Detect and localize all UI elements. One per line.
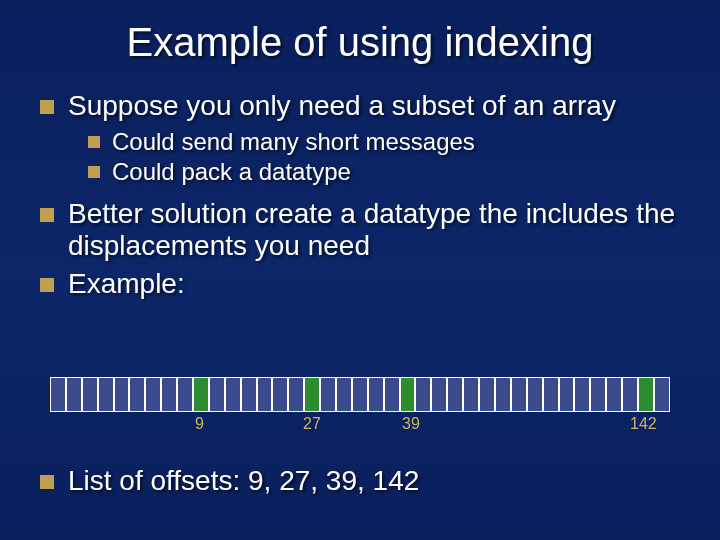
bullet-example: Example: — [40, 268, 680, 300]
array-cell-highlight — [638, 377, 654, 412]
array-cell — [272, 377, 288, 412]
array-cell — [98, 377, 114, 412]
offset-label-39: 39 — [402, 415, 420, 433]
bullet-list-offsets: List of offsets: 9, 27, 39, 142 — [40, 465, 419, 497]
array-cell — [527, 377, 543, 412]
array-cell — [559, 377, 575, 412]
bullet-better-solution: Better solution create a datatype the in… — [40, 198, 680, 262]
bullet-icon — [40, 100, 54, 114]
bullet-text: Example: — [68, 268, 185, 300]
array-cell — [161, 377, 177, 412]
bullet-text: Could send many short messages — [112, 128, 475, 156]
array-cell — [574, 377, 590, 412]
bullet-could-send: Could send many short messages — [88, 128, 680, 156]
bullet-could-pack: Could pack a datatype — [88, 158, 680, 186]
array-cell — [606, 377, 622, 412]
bullet-icon — [40, 208, 54, 222]
array-cell — [336, 377, 352, 412]
array-cell — [177, 377, 193, 412]
array-cell — [447, 377, 463, 412]
array-cell — [145, 377, 161, 412]
array-cell — [66, 377, 82, 412]
array-cell — [415, 377, 431, 412]
bullet-icon — [88, 166, 100, 178]
array-cell — [431, 377, 447, 412]
bullet-text: Better solution create a datatype the in… — [68, 198, 680, 262]
bullet-icon — [88, 136, 100, 148]
array-cell — [82, 377, 98, 412]
array-cell — [320, 377, 336, 412]
array-cell — [511, 377, 527, 412]
array-cell-highlight — [304, 377, 320, 412]
array-cell — [114, 377, 130, 412]
array-cell — [384, 377, 400, 412]
array-cell — [209, 377, 225, 412]
array-cell — [654, 377, 670, 412]
offset-label-27: 27 — [303, 415, 321, 433]
array-cell-highlight — [193, 377, 209, 412]
array-cell — [241, 377, 257, 412]
array-cell — [257, 377, 273, 412]
array-cell — [352, 377, 368, 412]
array-strip — [50, 377, 670, 412]
bullet-icon — [40, 475, 54, 489]
array-cell — [479, 377, 495, 412]
sub-bullets: Could send many short messages Could pac… — [40, 128, 680, 186]
bullet-text: List of offsets: 9, 27, 39, 142 — [68, 465, 419, 497]
slide-content: Suppose you only need a subset of an arr… — [0, 65, 720, 300]
bullet-icon — [40, 278, 54, 292]
array-cell — [225, 377, 241, 412]
bullet-suppose: Suppose you only need a subset of an arr… — [40, 90, 680, 122]
array-cell — [495, 377, 511, 412]
array-cell — [129, 377, 145, 412]
array-cell — [543, 377, 559, 412]
array-cell — [368, 377, 384, 412]
array-cell — [50, 377, 66, 412]
array-cell — [622, 377, 638, 412]
slide-title: Example of using indexing — [0, 0, 720, 65]
array-cell — [590, 377, 606, 412]
array-cell — [463, 377, 479, 412]
array-cell-highlight — [400, 377, 416, 412]
bullet-text: Suppose you only need a subset of an arr… — [68, 90, 616, 122]
offset-label-142: 142 — [630, 415, 657, 433]
slide: Example of using indexing Suppose you on… — [0, 0, 720, 540]
offset-label-9: 9 — [195, 415, 204, 433]
array-cell — [288, 377, 304, 412]
bullet-text: Could pack a datatype — [112, 158, 351, 186]
